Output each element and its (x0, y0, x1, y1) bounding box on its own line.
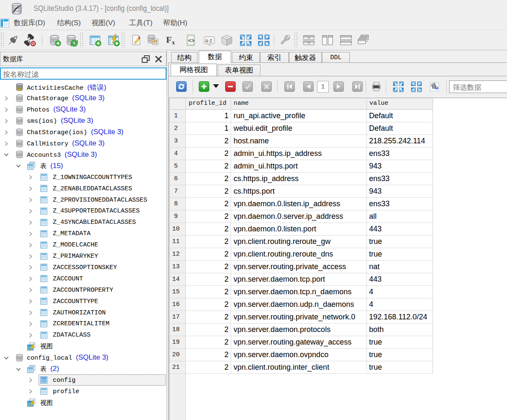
svg-text:<>: <> (188, 38, 195, 44)
svg-text:F: F (166, 34, 172, 45)
svg-text:a·z: a·z (205, 38, 212, 44)
svg-text:x: x (172, 39, 175, 46)
